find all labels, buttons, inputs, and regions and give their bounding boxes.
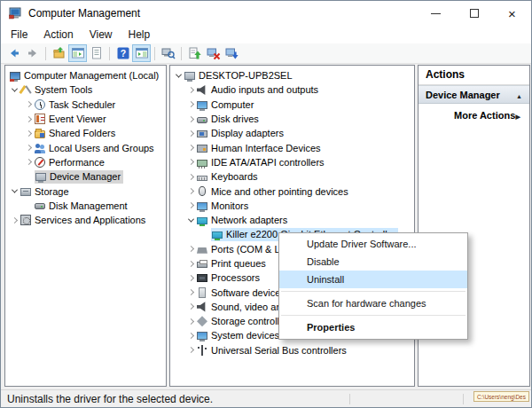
- more-actions-item[interactable]: More Actions: [419, 104, 529, 127]
- context-menu-disable[interactable]: Disable: [279, 253, 467, 271]
- ports-icon: [197, 247, 207, 254]
- actions-header: Actions: [419, 66, 529, 85]
- chevron-right-icon: [187, 101, 193, 107]
- context-menu-properties[interactable]: Properties: [279, 318, 467, 336]
- tree-item-display-adapters[interactable]: Display adapters: [170, 126, 414, 140]
- app-icon: [9, 7, 22, 20]
- chevron-right-icon: [187, 145, 193, 151]
- computer-management-window: Computer Management × File Action View H…: [0, 0, 532, 408]
- back-icon[interactable]: [4, 44, 23, 62]
- properties-icon[interactable]: [87, 44, 106, 62]
- action-pane-toggle-icon[interactable]: [132, 44, 151, 62]
- forward-icon[interactable]: [23, 44, 42, 62]
- software-device-icon: [199, 287, 206, 298]
- storage-controller-icon: [197, 316, 207, 326]
- printer-icon: [197, 262, 207, 268]
- menu-file[interactable]: File: [3, 26, 35, 43]
- chevron-right-icon: [187, 303, 193, 310]
- uninstall-device-icon[interactable]: [204, 44, 223, 62]
- tree-item-computer[interactable]: Computer: [170, 98, 414, 112]
- chevron-right-icon: [187, 347, 193, 353]
- monitor-icon: [197, 202, 207, 210]
- menu-view[interactable]: View: [82, 26, 121, 43]
- performance-icon: [35, 157, 45, 168]
- tree-item-audio[interactable]: Audio inputs and outputs: [170, 82, 414, 97]
- tree-item-disk-drives[interactable]: Disk drives: [170, 112, 414, 126]
- network-adapter-icon: [212, 231, 223, 239]
- chevron-right-icon: [187, 174, 193, 180]
- tree-item-keyboards[interactable]: Keyboards: [170, 169, 414, 184]
- menu-help[interactable]: Help: [121, 26, 159, 43]
- tree-item-computer-management[interactable]: Computer Management (Local): [5, 68, 166, 82]
- computer-management-icon: [10, 72, 20, 80]
- tree-item-ide[interactable]: IDE ATA/ATAPI controllers: [170, 155, 414, 169]
- toolbar-separator: [181, 47, 182, 60]
- context-menu-uninstall[interactable]: Uninstall: [279, 271, 467, 288]
- chevron-right-icon: [187, 159, 193, 165]
- console-tree-toggle-icon[interactable]: [68, 44, 87, 62]
- tree-item-device-manager[interactable]: Device Manager: [5, 169, 166, 184]
- toolbar-separator: [45, 47, 46, 60]
- tree-item-desktop-root[interactable]: DESKTOP-UPB2SEL: [170, 68, 414, 82]
- tree-item-local-users-groups[interactable]: Local Users and Groups: [5, 140, 166, 154]
- window-controls: ×: [417, 1, 531, 26]
- tree-item-monitors[interactable]: Monitors: [170, 199, 414, 213]
- tree-item-services-applications[interactable]: Services and Applications: [5, 213, 166, 227]
- maximize-button[interactable]: [455, 1, 493, 26]
- tree-item-performance[interactable]: Performance: [5, 155, 166, 169]
- chevron-right-icon: [187, 318, 193, 325]
- task-scheduler-icon: [35, 99, 45, 110]
- update-driver-icon[interactable]: [185, 44, 204, 62]
- tree-item-system-tools[interactable]: System Tools: [5, 82, 166, 97]
- close-icon: ×: [508, 7, 516, 20]
- tree-item-storage[interactable]: Storage: [5, 184, 166, 198]
- tree-item-shared-folders[interactable]: Shared Folders: [5, 126, 166, 140]
- context-menu-scan-hardware[interactable]: Scan for hardware changes: [279, 294, 467, 312]
- network-adapter-icon: [197, 217, 207, 224]
- system-device-icon: [197, 332, 207, 340]
- chevron-down-icon: [11, 187, 17, 193]
- title-bar: Computer Management ×: [1, 1, 531, 26]
- toolbar: ?: [1, 43, 531, 64]
- ide-controller-icon: [197, 160, 207, 167]
- chevron-right-icon: [187, 188, 193, 194]
- keyboard-icon: [197, 176, 207, 181]
- path-tooltip: C:\Users\neng\Des: [473, 391, 529, 402]
- menu-bar: File Action View Help: [1, 26, 531, 43]
- context-menu-update-driver[interactable]: Update Driver Software...: [279, 235, 467, 253]
- display-adapter-icon: [197, 130, 207, 137]
- chevron-right-icon: [25, 115, 31, 122]
- chevron-right-icon: [25, 145, 31, 151]
- tree-item-hid[interactable]: Human Interface Devices: [170, 140, 414, 154]
- tree-item-network-adapters[interactable]: Network adapters: [170, 213, 414, 227]
- scan-hardware-icon[interactable]: [223, 44, 241, 62]
- chevron-right-icon: [25, 159, 31, 165]
- tree-item-event-viewer[interactable]: Event Viewer: [5, 112, 166, 126]
- chevron-right-icon: [187, 260, 193, 266]
- menu-action[interactable]: Action: [35, 26, 81, 43]
- tree-item-task-scheduler[interactable]: Task Scheduler: [5, 98, 166, 112]
- console-tree: Computer Management (Local) System Tools…: [5, 66, 166, 227]
- remote-computer-icon[interactable]: [159, 44, 177, 62]
- actions-section-device-manager[interactable]: Device Manager: [419, 85, 529, 104]
- chevron-down-icon: [11, 85, 17, 91]
- chevron-down-icon: [175, 71, 181, 77]
- tree-item-mice[interactable]: Mice and other pointing devices: [170, 184, 414, 198]
- event-viewer-icon: [35, 114, 45, 124]
- shared-folders-icon: [35, 130, 45, 138]
- up-folder-icon[interactable]: [50, 44, 68, 62]
- chevron-right-icon: [187, 202, 193, 208]
- context-menu: Update Driver Software... Disable Uninst…: [278, 232, 468, 340]
- chevron-right-icon: [25, 101, 31, 107]
- minimize-button[interactable]: [417, 1, 455, 26]
- help-icon[interactable]: ?: [113, 44, 132, 62]
- tree-item-usb-controllers[interactable]: Universal Serial Bus controllers: [170, 343, 414, 357]
- tree-item-disk-management[interactable]: Disk Management: [5, 199, 166, 213]
- toolbar-separator: [109, 47, 110, 60]
- collapse-arrow-icon[interactable]: [516, 90, 522, 100]
- svg-text:?: ?: [120, 48, 125, 59]
- storage-icon: [20, 188, 31, 196]
- close-button[interactable]: ×: [493, 1, 531, 26]
- disk-management-icon: [35, 203, 45, 209]
- system-tools-icon: [20, 84, 31, 95]
